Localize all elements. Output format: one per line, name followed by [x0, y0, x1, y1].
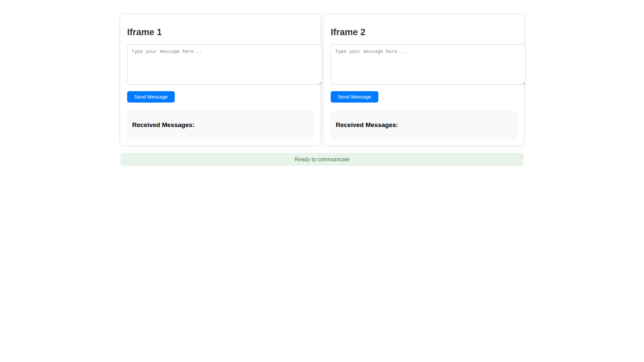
iframe-1-received-messages-panel: Received Messages: [127, 110, 313, 140]
page-container: Iframe 1 Send Message Received Messages:… [119, 0, 525, 166]
status-bar: Ready to communicate [120, 153, 524, 166]
iframe-2-panel: Iframe 2 Send Message Received Messages: [323, 13, 525, 150]
iframe-2-message-input[interactable] [331, 44, 526, 85]
iframe-1-title: Iframe 1 [127, 27, 313, 38]
iframe-1-received-messages-heading: Received Messages: [132, 121, 308, 129]
iframe-1-send-message-button[interactable]: Send Message [127, 91, 175, 103]
iframe-2-card: Iframe 2 Send Message Received Messages: [324, 14, 524, 145]
iframe-1-message-input[interactable] [127, 44, 322, 85]
iframe-2-received-messages-heading: Received Messages: [336, 121, 512, 129]
iframe-2-send-message-button[interactable]: Send Message [331, 91, 378, 103]
iframe-1-card: Iframe 1 Send Message Received Messages: [120, 14, 320, 145]
iframe-2-received-messages-panel: Received Messages: [331, 110, 517, 140]
iframe-1-panel: Iframe 1 Send Message Received Messages: [119, 13, 321, 150]
iframe-panels-row: Iframe 1 Send Message Received Messages:… [119, 13, 525, 150]
iframe-2-title: Iframe 2 [331, 27, 517, 38]
